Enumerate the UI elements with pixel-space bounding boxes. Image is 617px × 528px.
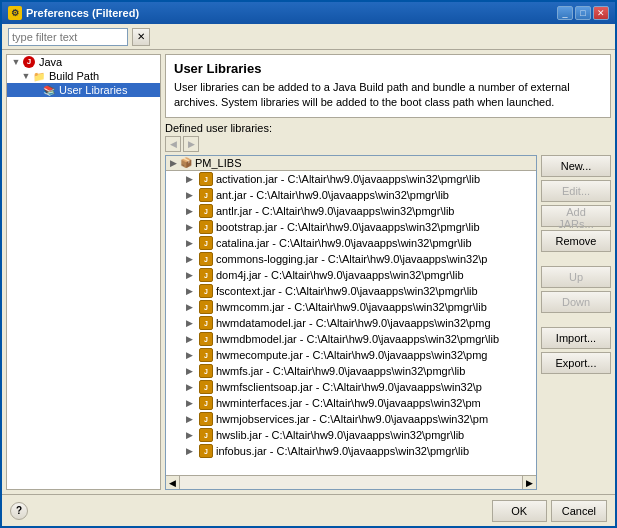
tree-label-userlibs: User Libraries xyxy=(59,84,127,96)
expand-icon: ▶ xyxy=(186,350,196,360)
list-item[interactable]: ▶ J hwmdbmodel.jar - C:\Altair\hw9.0\jav… xyxy=(166,331,536,347)
folder-icon: 📁 xyxy=(33,71,45,82)
jar-icon: J xyxy=(199,172,213,186)
jar-icon: J xyxy=(199,316,213,330)
list-item[interactable]: ▶ J bootstrap.jar - C:\Altair\hw9.0\java… xyxy=(166,219,536,235)
filter-clear-button[interactable]: ✕ xyxy=(132,28,150,46)
jar-name: ant.jar - C:\Altair\hw9.0\javaapps\win32… xyxy=(216,189,449,201)
scroll-right-button[interactable]: ▶ xyxy=(522,476,536,490)
expand-icon: ▶ xyxy=(186,190,196,200)
minimize-button[interactable]: _ xyxy=(557,6,573,20)
list-buttons-row: ▶ 📦 PM_LIBS ▶ J activation.jar - C:\Alta… xyxy=(165,155,611,490)
jar-name: bootstrap.jar - C:\Altair\hw9.0\javaapps… xyxy=(216,221,480,233)
edit-button[interactable]: Edit... xyxy=(541,180,611,202)
list-item[interactable]: ▶ J hwmecompute.jar - C:\Altair\hw9.0\ja… xyxy=(166,347,536,363)
list-item[interactable]: ▶ J fscontext.jar - C:\Altair\hw9.0\java… xyxy=(166,283,536,299)
add-jars-button[interactable]: Add JARs... xyxy=(541,205,611,227)
tree-item-java[interactable]: ▼ J Java xyxy=(7,55,160,69)
window-title: Preferences (Filtered) xyxy=(26,7,139,19)
expand-icon: ▶ xyxy=(186,414,196,424)
list-item[interactable]: ▶ J hwmfsclientsoap.jar - C:\Altair\hw9.… xyxy=(166,379,536,395)
section-header: User Libraries User libraries can be add… xyxy=(165,54,611,118)
jar-name: hwmdbmodel.jar - C:\Altair\hw9.0\javaapp… xyxy=(216,333,499,345)
scroll-left-button[interactable]: ◀ xyxy=(166,476,180,490)
nav-back-button[interactable]: ◀ xyxy=(165,136,181,152)
tree-item-userlibs[interactable]: 📚 User Libraries xyxy=(7,83,160,97)
jar-list-scroll[interactable]: ▶ J activation.jar - C:\Altair\hw9.0\jav… xyxy=(166,171,536,475)
expand-icon: ▶ xyxy=(186,302,196,312)
up-button[interactable]: Up xyxy=(541,266,611,288)
list-item[interactable]: ▶ J hwminterfaces.jar - C:\Altair\hw9.0\… xyxy=(166,395,536,411)
java-icon: J xyxy=(23,56,35,68)
jar-icon: J xyxy=(199,428,213,442)
jar-icon: J xyxy=(199,380,213,394)
jar-name: hwslib.jar - C:\Altair\hw9.0\javaapps\wi… xyxy=(216,429,464,441)
jar-icon: J xyxy=(199,268,213,282)
expand-icon: ▶ xyxy=(186,206,196,216)
jar-icon: J xyxy=(199,284,213,298)
tree-panel: ▼ J Java ▼ 📁 Build Path 📚 User Libraries xyxy=(6,54,161,490)
tree-label-java: Java xyxy=(39,56,62,68)
close-button[interactable]: ✕ xyxy=(593,6,609,20)
tree-label-buildpath: Build Path xyxy=(49,70,99,82)
help-button[interactable]: ? xyxy=(10,502,28,520)
list-item[interactable]: ▶ J ant.jar - C:\Altair\hw9.0\javaapps\w… xyxy=(166,187,536,203)
jar-icon: J xyxy=(199,236,213,250)
defined-label: Defined user libraries: xyxy=(165,122,611,134)
expand-icon: ▶ xyxy=(186,446,196,456)
window-icon: ⚙ xyxy=(8,6,22,20)
export-button[interactable]: Export... xyxy=(541,352,611,374)
jar-icon: J xyxy=(199,396,213,410)
new-button[interactable]: New... xyxy=(541,155,611,177)
jar-icon: J xyxy=(199,252,213,266)
jar-name: hwminterfaces.jar - C:\Altair\hw9.0\java… xyxy=(216,397,481,409)
jar-name: catalina.jar - C:\Altair\hw9.0\javaapps\… xyxy=(216,237,472,249)
list-item[interactable]: ▶ J activation.jar - C:\Altair\hw9.0\jav… xyxy=(166,171,536,187)
list-item[interactable]: ▶ J antlr.jar - C:\Altair\hw9.0\javaapps… xyxy=(166,203,536,219)
jar-icon: J xyxy=(199,220,213,234)
filter-input[interactable] xyxy=(8,28,128,46)
right-panel: User Libraries User libraries can be add… xyxy=(165,50,615,494)
jar-name: hwmcomm.jar - C:\Altair\hw9.0\javaapps\w… xyxy=(216,301,487,313)
jar-icon: 📦 xyxy=(180,157,192,168)
jar-name: commons-logging.jar - C:\Altair\hw9.0\ja… xyxy=(216,253,487,265)
maximize-button[interactable]: □ xyxy=(575,6,591,20)
list-item[interactable]: ▶ J hwmcomm.jar - C:\Altair\hw9.0\javaap… xyxy=(166,299,536,315)
list-item[interactable]: ▶ J dom4j.jar - C:\Altair\hw9.0\javaapps… xyxy=(166,267,536,283)
list-item[interactable]: ▶ J hwmdatamodel.jar - C:\Altair\hw9.0\j… xyxy=(166,315,536,331)
jar-icon: J xyxy=(199,204,213,218)
jar-icon: J xyxy=(199,444,213,458)
jar-name: fscontext.jar - C:\Altair\hw9.0\javaapps… xyxy=(216,285,478,297)
expand-icon: ▶ xyxy=(186,430,196,440)
jar-icon: J xyxy=(199,300,213,314)
jar-icon: J xyxy=(199,332,213,346)
list-item[interactable]: ▶ J commons-logging.jar - C:\Altair\hw9.… xyxy=(166,251,536,267)
list-item[interactable]: ▶ J catalina.jar - C:\Altair\hw9.0\javaa… xyxy=(166,235,536,251)
library-group-name: PM_LIBS xyxy=(195,157,241,169)
list-item[interactable]: ▶ J hwmfs.jar - C:\Altair\hw9.0\javaapps… xyxy=(166,363,536,379)
jar-name: hwmecompute.jar - C:\Altair\hw9.0\javaap… xyxy=(216,349,487,361)
jar-icon: J xyxy=(199,412,213,426)
jar-name: infobus.jar - C:\Altair\hw9.0\javaapps\w… xyxy=(216,445,469,457)
libs-icon: 📚 xyxy=(43,85,55,96)
jar-name: dom4j.jar - C:\Altair\hw9.0\javaapps\win… xyxy=(216,269,464,281)
content-area: ▼ J Java ▼ 📁 Build Path 📚 User Libraries… xyxy=(2,50,615,494)
list-item[interactable]: ▶ J hwmjobservices.jar - C:\Altair\hw9.0… xyxy=(166,411,536,427)
remove-button[interactable]: Remove xyxy=(541,230,611,252)
jar-name: hwmfsclientsoap.jar - C:\Altair\hw9.0\ja… xyxy=(216,381,482,393)
cancel-button[interactable]: Cancel xyxy=(551,500,607,522)
jar-icon: J xyxy=(199,364,213,378)
import-button[interactable]: Import... xyxy=(541,327,611,349)
expand-icon: ▶ xyxy=(186,334,196,344)
nav-forward-button[interactable]: ▶ xyxy=(183,136,199,152)
h-scrollbar[interactable]: ◀ ▶ xyxy=(166,475,536,489)
expand-icon: ▼ xyxy=(21,71,31,81)
title-bar: ⚙ Preferences (Filtered) _ □ ✕ xyxy=(2,2,615,24)
ok-button[interactable]: OK xyxy=(492,500,547,522)
bottom-bar: ? OK Cancel xyxy=(2,494,615,526)
tree-item-buildpath[interactable]: ▼ 📁 Build Path xyxy=(7,69,160,83)
down-button[interactable]: Down xyxy=(541,291,611,313)
list-item[interactable]: ▶ J hwslib.jar - C:\Altair\hw9.0\javaapp… xyxy=(166,427,536,443)
list-item[interactable]: ▶ J infobus.jar - C:\Altair\hw9.0\javaap… xyxy=(166,443,536,459)
jar-name: hwmfs.jar - C:\Altair\hw9.0\javaapps\win… xyxy=(216,365,465,377)
